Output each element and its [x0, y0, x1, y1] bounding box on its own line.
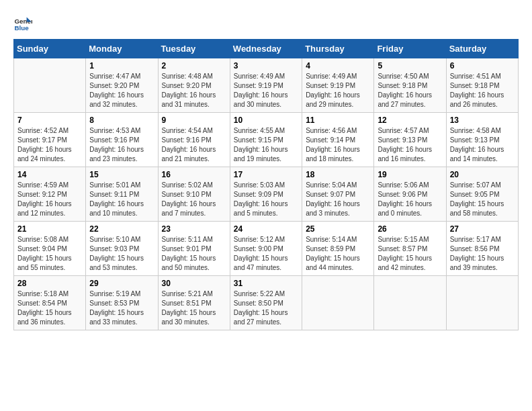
calendar-cell: 26Sunrise: 5:15 AMSunset: 8:57 PMDayligh…	[374, 222, 446, 276]
calendar-header-row: SundayMondayTuesdayWednesdayThursdayFrid…	[14, 40, 519, 58]
logo: General Blue	[13, 13, 35, 32]
calendar-cell	[14, 58, 86, 113]
calendar-cell	[374, 276, 446, 330]
day-number: 28	[17, 279, 82, 288]
logo-icon: General Blue	[13, 13, 32, 32]
day-info: Sunrise: 4:48 AMSunset: 9:20 PMDaylight:…	[162, 72, 226, 109]
day-info: Sunrise: 5:21 AMSunset: 8:51 PMDaylight:…	[162, 289, 226, 327]
calendar-cell: 12Sunrise: 4:57 AMSunset: 9:13 PMDayligh…	[374, 113, 446, 167]
column-header-sunday: Sunday	[14, 40, 86, 58]
calendar-cell: 13Sunrise: 4:58 AMSunset: 9:13 PMDayligh…	[446, 113, 518, 167]
day-number: 6	[450, 61, 515, 71]
day-info: Sunrise: 4:52 AMSunset: 9:17 PMDaylight:…	[17, 126, 82, 164]
calendar-cell: 8Sunrise: 4:53 AMSunset: 9:16 PMDaylight…	[86, 113, 158, 167]
day-info: Sunrise: 5:17 AMSunset: 8:56 PMDaylight:…	[450, 235, 515, 273]
day-info: Sunrise: 4:55 AMSunset: 9:15 PMDaylight:…	[234, 126, 298, 164]
day-number: 7	[17, 116, 82, 125]
day-number: 8	[89, 116, 154, 125]
day-info: Sunrise: 5:07 AMSunset: 9:05 PMDaylight:…	[450, 181, 515, 218]
calendar-cell: 21Sunrise: 5:08 AMSunset: 9:04 PMDayligh…	[14, 222, 86, 276]
page-header: General Blue	[13, 13, 519, 32]
day-number: 26	[378, 224, 442, 234]
calendar-cell: 4Sunrise: 4:49 AMSunset: 9:19 PMDaylight…	[302, 58, 374, 113]
column-header-saturday: Saturday	[446, 40, 518, 58]
calendar-cell: 17Sunrise: 5:03 AMSunset: 9:09 PMDayligh…	[230, 167, 302, 222]
calendar-cell: 23Sunrise: 5:11 AMSunset: 9:01 PMDayligh…	[158, 222, 230, 276]
day-number: 9	[162, 116, 226, 125]
calendar-row: 14Sunrise: 4:59 AMSunset: 9:12 PMDayligh…	[14, 167, 519, 222]
day-number: 30	[162, 279, 226, 288]
calendar-cell: 20Sunrise: 5:07 AMSunset: 9:05 PMDayligh…	[446, 167, 518, 222]
day-info: Sunrise: 4:49 AMSunset: 9:19 PMDaylight:…	[306, 72, 370, 109]
day-info: Sunrise: 4:58 AMSunset: 9:13 PMDaylight:…	[450, 126, 515, 164]
day-number: 18	[306, 170, 370, 179]
calendar-cell: 7Sunrise: 4:52 AMSunset: 9:17 PMDaylight…	[14, 113, 86, 167]
day-info: Sunrise: 4:49 AMSunset: 9:19 PMDaylight:…	[234, 72, 298, 109]
day-number: 12	[378, 116, 442, 125]
day-info: Sunrise: 4:54 AMSunset: 9:16 PMDaylight:…	[162, 126, 226, 164]
day-number: 27	[450, 224, 515, 234]
column-header-friday: Friday	[374, 40, 446, 58]
day-info: Sunrise: 5:14 AMSunset: 8:59 PMDaylight:…	[306, 235, 370, 273]
svg-text:Blue: Blue	[14, 24, 29, 32]
calendar-cell: 9Sunrise: 4:54 AMSunset: 9:16 PMDaylight…	[158, 113, 230, 167]
day-number: 2	[162, 61, 226, 71]
day-number: 22	[89, 224, 154, 234]
calendar-cell: 10Sunrise: 4:55 AMSunset: 9:15 PMDayligh…	[230, 113, 302, 167]
day-info: Sunrise: 5:10 AMSunset: 9:03 PMDaylight:…	[89, 235, 154, 273]
calendar-cell: 31Sunrise: 5:22 AMSunset: 8:50 PMDayligh…	[230, 276, 302, 330]
column-header-thursday: Thursday	[302, 40, 374, 58]
calendar-cell: 22Sunrise: 5:10 AMSunset: 9:03 PMDayligh…	[86, 222, 158, 276]
column-header-monday: Monday	[86, 40, 158, 58]
day-info: Sunrise: 5:08 AMSunset: 9:04 PMDaylight:…	[17, 235, 82, 273]
day-number: 4	[306, 61, 370, 71]
calendar-cell: 3Sunrise: 4:49 AMSunset: 9:19 PMDaylight…	[230, 58, 302, 113]
day-number: 15	[89, 170, 154, 179]
calendar-row: 21Sunrise: 5:08 AMSunset: 9:04 PMDayligh…	[14, 222, 519, 276]
day-number: 29	[89, 279, 154, 288]
calendar-cell: 30Sunrise: 5:21 AMSunset: 8:51 PMDayligh…	[158, 276, 230, 330]
calendar-cell: 19Sunrise: 5:06 AMSunset: 9:06 PMDayligh…	[374, 167, 446, 222]
day-info: Sunrise: 4:57 AMSunset: 9:13 PMDaylight:…	[378, 126, 442, 164]
day-number: 23	[162, 224, 226, 234]
calendar-cell: 1Sunrise: 4:47 AMSunset: 9:20 PMDaylight…	[86, 58, 158, 113]
day-info: Sunrise: 5:22 AMSunset: 8:50 PMDaylight:…	[234, 289, 298, 327]
day-number: 24	[234, 224, 298, 234]
calendar-table: SundayMondayTuesdayWednesdayThursdayFrid…	[13, 39, 519, 330]
calendar-cell: 25Sunrise: 5:14 AMSunset: 8:59 PMDayligh…	[302, 222, 374, 276]
day-number: 20	[450, 170, 515, 179]
calendar-cell: 11Sunrise: 4:56 AMSunset: 9:14 PMDayligh…	[302, 113, 374, 167]
column-header-tuesday: Tuesday	[158, 40, 230, 58]
day-number: 3	[234, 61, 298, 71]
calendar-row: 28Sunrise: 5:18 AMSunset: 8:54 PMDayligh…	[14, 276, 519, 330]
day-number: 25	[306, 224, 370, 234]
day-info: Sunrise: 5:12 AMSunset: 9:00 PMDaylight:…	[234, 235, 298, 273]
calendar-cell: 24Sunrise: 5:12 AMSunset: 9:00 PMDayligh…	[230, 222, 302, 276]
calendar-cell: 2Sunrise: 4:48 AMSunset: 9:20 PMDaylight…	[158, 58, 230, 113]
day-info: Sunrise: 4:51 AMSunset: 9:18 PMDaylight:…	[450, 72, 515, 109]
calendar-row: 7Sunrise: 4:52 AMSunset: 9:17 PMDaylight…	[14, 113, 519, 167]
day-info: Sunrise: 5:15 AMSunset: 8:57 PMDaylight:…	[378, 235, 442, 273]
day-info: Sunrise: 5:03 AMSunset: 9:09 PMDaylight:…	[234, 181, 298, 218]
day-number: 10	[234, 116, 298, 125]
day-info: Sunrise: 5:11 AMSunset: 9:01 PMDaylight:…	[162, 235, 226, 273]
calendar-cell: 27Sunrise: 5:17 AMSunset: 8:56 PMDayligh…	[446, 222, 518, 276]
day-info: Sunrise: 4:50 AMSunset: 9:18 PMDaylight:…	[378, 72, 442, 109]
day-info: Sunrise: 4:47 AMSunset: 9:20 PMDaylight:…	[89, 72, 154, 109]
calendar-cell: 15Sunrise: 5:01 AMSunset: 9:11 PMDayligh…	[86, 167, 158, 222]
day-number: 14	[17, 170, 82, 179]
day-number: 21	[17, 224, 82, 234]
calendar-cell: 16Sunrise: 5:02 AMSunset: 9:10 PMDayligh…	[158, 167, 230, 222]
day-number: 17	[234, 170, 298, 179]
calendar-cell	[302, 276, 374, 330]
calendar-cell	[446, 276, 518, 330]
day-number: 13	[450, 116, 515, 125]
day-info: Sunrise: 5:18 AMSunset: 8:54 PMDaylight:…	[17, 289, 82, 327]
day-info: Sunrise: 4:53 AMSunset: 9:16 PMDaylight:…	[89, 126, 154, 164]
day-info: Sunrise: 5:01 AMSunset: 9:11 PMDaylight:…	[89, 181, 154, 218]
day-number: 16	[162, 170, 226, 179]
calendar-cell: 5Sunrise: 4:50 AMSunset: 9:18 PMDaylight…	[374, 58, 446, 113]
day-number: 5	[378, 61, 442, 71]
day-info: Sunrise: 5:06 AMSunset: 9:06 PMDaylight:…	[378, 181, 442, 218]
calendar-cell: 29Sunrise: 5:19 AMSunset: 8:53 PMDayligh…	[86, 276, 158, 330]
